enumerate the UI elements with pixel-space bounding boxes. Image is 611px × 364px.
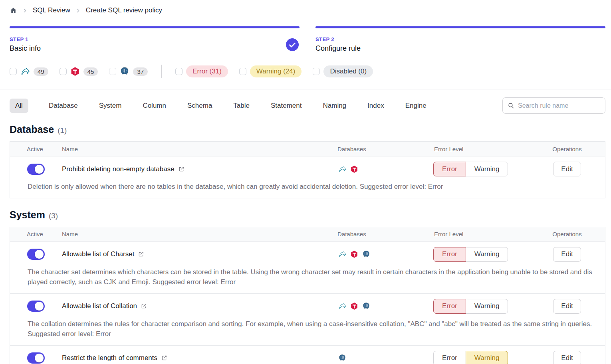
section-divider (0, 89, 611, 89)
postgresql-count-badge: 37 (133, 67, 148, 76)
tidb-count-badge: 45 (83, 67, 98, 76)
error-checkbox[interactable] (175, 68, 183, 75)
tab-database[interactable]: Database (48, 99, 79, 113)
error-level-segmented-control: Error Warning (433, 247, 508, 262)
postgresql-icon (338, 354, 346, 362)
column-header-name: Name (62, 146, 333, 152)
filter-postgresql: 37 (109, 67, 148, 76)
tab-table[interactable]: Table (232, 99, 250, 113)
rule-active-toggle[interactable] (27, 249, 45, 260)
step-1-title: Basic info (10, 44, 41, 53)
error-level-segmented-control: Error Warning (433, 299, 508, 314)
tab-all[interactable]: All (10, 99, 28, 113)
error-level-error-button[interactable]: Error (433, 162, 466, 176)
edit-button[interactable]: Edit (553, 162, 581, 176)
mysql-icon (20, 67, 30, 76)
system-section-heading: System (3) (10, 209, 605, 221)
search-icon (508, 102, 514, 109)
tidb-icon (70, 67, 80, 76)
column-header-active: Active (10, 146, 62, 152)
database-rules-table: Active Name Databases Error Level Operat… (10, 141, 605, 198)
external-link-icon[interactable] (161, 355, 167, 361)
edit-button[interactable]: Edit (553, 247, 581, 262)
step-1: STEP 1 Basic info (10, 26, 300, 53)
error-level-error-button[interactable]: Error (433, 351, 466, 364)
rule-active-toggle[interactable] (27, 301, 45, 312)
error-count-pill: Error (31) (186, 65, 228, 77)
rule-active-toggle[interactable] (27, 164, 45, 175)
filter-mysql: 49 (10, 67, 48, 76)
step-1-label: STEP 1 (10, 36, 41, 42)
table-header-row: Active Name Databases Error Level Operat… (10, 227, 605, 242)
mysql-icon (338, 165, 346, 173)
rule-description: The collation determines the rules for c… (10, 319, 605, 345)
rule-description: Deletion is only allowed when there are … (10, 182, 605, 198)
error-level-error-button[interactable]: Error (433, 299, 466, 314)
tidb-icon (350, 250, 358, 258)
home-icon[interactable] (10, 7, 17, 14)
disabled-checkbox[interactable] (313, 68, 320, 75)
postgresql-icon (120, 67, 129, 76)
rule-name: Restrict the length of comments (62, 354, 157, 362)
postgresql-icon (362, 250, 370, 258)
column-header-error-level: Error Level (425, 231, 529, 237)
error-level-warning-button[interactable]: Warning (466, 247, 508, 262)
rule-active-toggle[interactable] (27, 352, 45, 364)
rule-prohibit-deleting-non-empty-database: Prohibit deleting non-empty database Err… (10, 156, 605, 198)
tab-statement[interactable]: Statement (270, 99, 303, 113)
tidb-icon (350, 165, 358, 173)
section-count: (3) (49, 212, 58, 220)
error-level-error-button[interactable]: Error (433, 247, 466, 262)
filter-warning: Warning (24) (239, 65, 302, 77)
tidb-icon (350, 302, 358, 310)
column-header-databases: Databases (333, 146, 425, 152)
step-2-label: STEP 2 (315, 36, 361, 42)
error-level-warning-button[interactable]: Warning (466, 351, 508, 364)
mysql-count-badge: 49 (34, 67, 48, 76)
tidb-checkbox[interactable] (60, 68, 67, 75)
warning-checkbox[interactable] (239, 68, 246, 75)
error-level-warning-button[interactable]: Warning (466, 299, 508, 314)
step-2-progress-bar (315, 26, 605, 28)
system-rules-table: Active Name Databases Error Level Operat… (10, 227, 605, 364)
section-count: (1) (58, 126, 67, 135)
rule-description: The character set determines which chara… (10, 267, 605, 293)
external-link-icon[interactable] (141, 303, 147, 309)
search-rule-box (502, 97, 605, 114)
edit-button[interactable]: Edit (553, 299, 581, 314)
database-section-heading: Database (1) (10, 124, 605, 135)
column-header-databases: Databases (333, 231, 425, 237)
external-link-icon[interactable] (178, 166, 184, 172)
mysql-icon (338, 250, 346, 258)
postgresql-checkbox[interactable] (109, 68, 116, 75)
external-link-icon[interactable] (138, 251, 144, 257)
tab-index[interactable]: Index (367, 99, 385, 113)
rule-restrict-the-length-of-comments: Restrict the length of comments Error Wa… (10, 345, 605, 364)
error-level-segmented-control: Error Warning (433, 351, 508, 364)
filter-bar: 49 45 37 Error (31) Warning (24) Disable… (10, 65, 605, 78)
mysql-checkbox[interactable] (10, 68, 17, 75)
error-level-warning-button[interactable]: Warning (466, 162, 508, 176)
column-header-operations: Operations (529, 231, 605, 237)
warning-count-pill: Warning (24) (250, 65, 302, 77)
chevron-right-icon (75, 8, 81, 14)
mysql-icon (338, 302, 346, 310)
rule-allowable-list-of-charset: Allowable list of Charset Error Warning … (10, 242, 605, 293)
category-tab-bar: All Database System Column Schema Table … (10, 97, 605, 114)
tab-column[interactable]: Column (142, 99, 167, 113)
edit-button[interactable]: Edit (553, 351, 581, 364)
tab-engine[interactable]: Engine (405, 99, 427, 113)
tab-system[interactable]: System (98, 99, 123, 113)
filter-error: Error (31) (175, 65, 228, 77)
tab-schema[interactable]: Schema (186, 99, 213, 113)
disabled-count-pill: Disabled (0) (323, 65, 373, 77)
postgresql-icon (362, 302, 370, 310)
search-rule-input[interactable] (518, 102, 600, 109)
column-header-name: Name (62, 231, 333, 237)
step-complete-check-icon (286, 38, 299, 51)
rule-name: Allowable list of Collation (62, 302, 137, 310)
filter-divider (161, 65, 162, 78)
tab-naming[interactable]: Naming (322, 99, 347, 113)
filter-disabled: Disabled (0) (313, 65, 373, 77)
breadcrumb-sql-review[interactable]: SQL Review (33, 6, 70, 14)
